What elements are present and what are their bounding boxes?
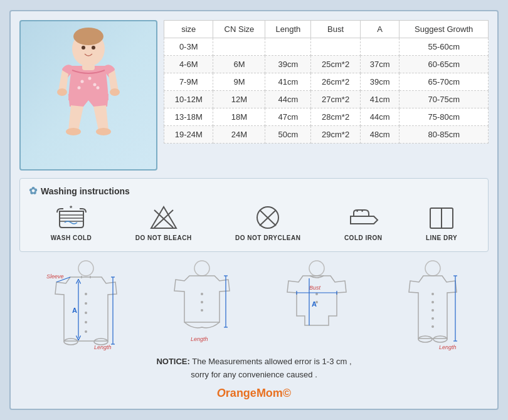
- svg-point-65: [433, 336, 447, 342]
- svg-point-9: [81, 80, 84, 83]
- svg-point-28: [78, 261, 93, 276]
- diagram-2: Length: [158, 260, 246, 350]
- table-cell: 18M: [213, 108, 265, 126]
- svg-point-48: [201, 301, 203, 303]
- svg-text:A: A: [312, 300, 317, 308]
- diagram-3: Bust A: [262, 260, 372, 350]
- flower-icon: ✿: [29, 185, 37, 197]
- table-row: 19-24M24M50cm29cm*248cm80-85cm: [164, 126, 489, 144]
- svg-point-7: [57, 88, 67, 96]
- size-table-wrapper: sizeCN SizeLengthBustASuggest Growth 0-3…: [164, 20, 489, 171]
- wash-cold-label: WASH COLD: [51, 234, 92, 241]
- table-cell: [311, 38, 360, 56]
- table-cell: 9M: [213, 73, 265, 91]
- table-cell: 75-80cm: [400, 108, 489, 126]
- svg-point-11: [93, 83, 97, 87]
- cold-iron-item: • • COLD IRON: [344, 204, 383, 241]
- svg-point-34: [85, 321, 87, 323]
- svg-point-67: [431, 301, 434, 303]
- diagram-4: Length: [389, 260, 477, 350]
- table-cell: 44cm: [265, 91, 311, 108]
- brand-section: OrangeMom©: [19, 387, 489, 400]
- table-header-cell: Suggest Growth: [400, 21, 489, 38]
- table-cell: 28cm*2: [311, 108, 360, 126]
- table-header-cell: CN Size: [213, 21, 265, 38]
- do-not-dryclean-icon: [253, 204, 283, 231]
- svg-text:•: •: [361, 208, 363, 214]
- diagram-1: Sleeve A Length: [31, 260, 141, 350]
- diagram-2-svg: Length: [158, 260, 246, 350]
- table-cell: 37cm: [360, 56, 400, 73]
- svg-point-31: [85, 293, 87, 295]
- table-cell: 25cm*2: [311, 56, 360, 73]
- table-cell: 29cm*2: [311, 126, 360, 144]
- table-cell: 60-65cm: [400, 56, 489, 73]
- svg-point-70: [431, 325, 434, 328]
- table-cell: 7-9M: [164, 73, 213, 91]
- table-cell: 55-60cm: [400, 38, 489, 56]
- do-not-dryclean-label: DO NOT DRYCLEAN: [235, 234, 300, 241]
- washing-title: ✿ Washing instructions: [29, 185, 479, 197]
- table-cell: 70-75cm: [400, 91, 489, 108]
- line-dry-item: LINE DRY: [426, 204, 457, 241]
- washing-icons: * WASH COLD DO NOT BLEACH: [29, 204, 479, 241]
- do-not-bleach-label: DO NOT BLEACH: [135, 234, 192, 241]
- svg-point-5: [66, 128, 81, 135]
- svg-text:Length: Length: [439, 344, 457, 350]
- table-header-cell: Length: [265, 21, 311, 38]
- diagram-1-svg: Sleeve A Length: [31, 260, 141, 350]
- svg-point-63: [425, 261, 440, 276]
- table-cell: 39cm: [360, 73, 400, 91]
- svg-point-13: [97, 87, 100, 90]
- baby-svg: [45, 25, 132, 169]
- brand-name: OrangeMom©: [217, 387, 291, 399]
- line-dry-label: LINE DRY: [426, 234, 457, 241]
- notice-section: NOTICE: The Measurements allowed error i…: [19, 355, 489, 382]
- wash-cold-item: * WASH COLD: [51, 204, 92, 241]
- main-container: sizeCN SizeLengthBustASuggest Growth 0-3…: [9, 10, 499, 410]
- svg-point-10: [88, 77, 92, 80]
- svg-point-8: [110, 88, 120, 96]
- svg-point-12: [78, 87, 81, 90]
- table-cell: 50cm: [265, 126, 311, 144]
- svg-point-36: [64, 339, 78, 345]
- table-cell: 39cm: [265, 56, 311, 73]
- svg-point-64: [418, 336, 432, 342]
- table-cell: 47cm: [265, 108, 311, 126]
- do-not-bleach-icon: [149, 204, 179, 231]
- do-not-dryclean-item: DO NOT DRYCLEAN: [235, 204, 300, 241]
- table-cell: 27cm*2: [311, 91, 360, 108]
- diagram-4-svg: Length: [389, 260, 477, 350]
- table-cell: 24M: [213, 126, 265, 144]
- table-header-cell: Bust: [311, 21, 360, 38]
- svg-point-33: [85, 312, 87, 314]
- table-row: 10-12M12M44cm27cm*241cm70-75cm: [164, 91, 489, 108]
- table-header-cell: A: [360, 21, 400, 38]
- table-cell: 0-3M: [164, 38, 213, 56]
- do-not-bleach-item: DO NOT BLEACH: [135, 204, 192, 241]
- table-cell: 26cm*2: [311, 73, 360, 91]
- notice-text2: sorry for any convenience caused .: [19, 369, 489, 382]
- svg-text:Length: Length: [94, 344, 112, 350]
- measurement-section: Sleeve A Length: [19, 260, 489, 350]
- table-cell: 10-12M: [164, 91, 213, 108]
- table-cell: 12M: [213, 91, 265, 108]
- svg-point-66: [431, 293, 434, 295]
- svg-text:*: *: [70, 204, 73, 212]
- product-image: [19, 20, 157, 171]
- cold-iron-icon: • •: [348, 204, 378, 231]
- washing-section: ✿ Washing instructions: [19, 178, 489, 252]
- svg-point-3: [92, 46, 95, 50]
- line-dry-icon: [426, 204, 457, 231]
- table-cell: 41cm: [265, 73, 311, 91]
- svg-text:Sleeve: Sleeve: [46, 273, 64, 280]
- table-cell: 65-70cm: [400, 73, 489, 91]
- svg-point-35: [85, 330, 87, 333]
- table-row: 7-9M9M41cm26cm*239cm65-70cm: [164, 73, 489, 91]
- table-cell: 41cm: [360, 91, 400, 108]
- table-header-row: sizeCN SizeLengthBustASuggest Growth: [164, 21, 489, 38]
- table-row: 0-3M55-60cm: [164, 38, 489, 56]
- svg-text:Bust: Bust: [309, 285, 321, 291]
- svg-point-69: [431, 317, 434, 320]
- table-row: 4-6M6M39cm25cm*237cm60-65cm: [164, 56, 489, 73]
